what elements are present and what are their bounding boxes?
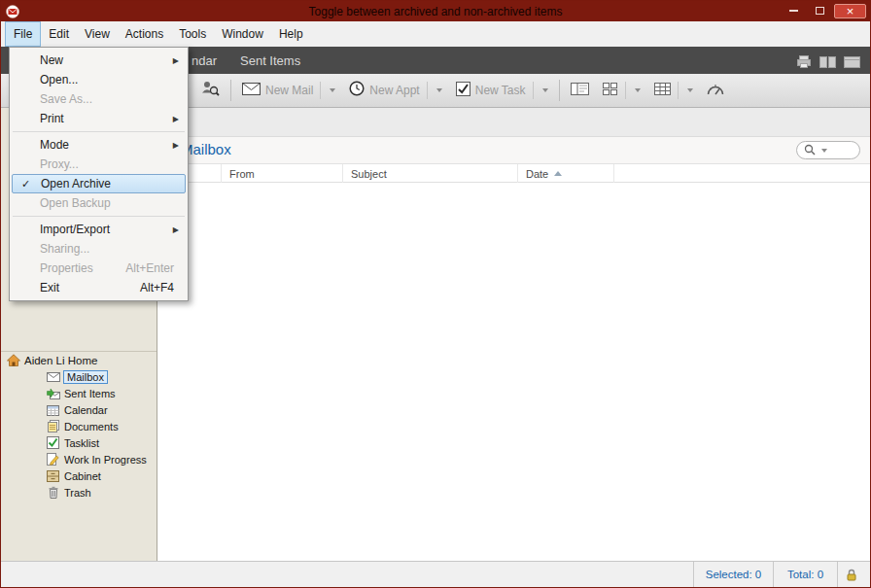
menu-item-sharing[interactable]: Sharing... [12, 239, 186, 259]
split-divider [320, 82, 321, 99]
column-subject-label: Subject [351, 168, 387, 180]
reading-pane-icon [571, 82, 589, 99]
maximize-button[interactable] [808, 4, 831, 18]
menu-help[interactable]: Help [271, 21, 311, 47]
tasklist-icon [45, 436, 61, 449]
new-appt-dropdown-icon[interactable] [436, 88, 442, 92]
minimize-button[interactable] [782, 4, 805, 18]
message-list-empty[interactable] [157, 183, 870, 561]
sort-ascending-icon [554, 171, 562, 176]
title-bar: Toggle between archived and non-archived… [1, 1, 870, 21]
sidebar-item-work-in-progress[interactable]: Work In Progress [1, 451, 157, 467]
menu-item-mode-label: Mode [40, 138, 69, 152]
print-view-icon[interactable] [796, 54, 812, 72]
content-top-strip [157, 108, 870, 137]
menu-file[interactable]: File [5, 21, 41, 47]
menu-separator [13, 216, 185, 217]
menu-item-open-label: Open... [40, 73, 78, 86]
sidebar-item-mailbox-label: Mailbox [63, 370, 108, 384]
calendar-icon [45, 404, 61, 416]
menu-view[interactable]: View [77, 21, 118, 47]
new-mail-button[interactable]: New Mail [235, 78, 342, 103]
column-subject[interactable]: Subject [343, 164, 518, 183]
sidebar-item-tasklist[interactable]: Tasklist [1, 434, 157, 451]
mailbox-icon [45, 372, 61, 382]
sidebar-root-home[interactable]: Aiden Li Home [1, 352, 157, 368]
sidebar-item-tasklist-label: Tasklist [64, 437, 99, 449]
submenu-arrow-icon: ▶ [173, 141, 179, 150]
tab-sent-items[interactable]: Sent Items [240, 47, 300, 74]
split-divider [427, 82, 428, 99]
column-date-label: Date [526, 168, 548, 180]
work-in-progress-icon [45, 453, 61, 466]
menu-actions[interactable]: Actions [118, 21, 171, 47]
menu-bar: File Edit View Actions Tools Window Help [1, 21, 870, 47]
submenu-arrow-icon: ▶ [173, 56, 179, 65]
menu-edit[interactable]: Edit [41, 21, 77, 47]
menu-item-open-archive[interactable]: ✓ Open Archive [12, 174, 186, 193]
selected-count: Selected: 0 [694, 562, 773, 587]
sidebar-item-calendar[interactable]: Calendar [1, 401, 157, 418]
close-button[interactable]: × [834, 4, 866, 18]
single-pane-view-icon[interactable] [844, 54, 860, 72]
menu-item-save-as[interactable]: Save As... [12, 89, 186, 109]
menu-item-print[interactable]: Print ▶ [12, 109, 186, 128]
sidebar-item-sent-items-label: Sent Items [64, 388, 116, 399]
reading-pane-button[interactable] [564, 78, 596, 103]
menu-window[interactable]: Window [214, 21, 271, 47]
column-date[interactable]: Date [518, 164, 614, 183]
menu-item-proxy[interactable]: Proxy... [12, 155, 186, 174]
display-settings-button[interactable] [596, 78, 647, 103]
menu-item-mode[interactable]: Mode ▶ [12, 135, 186, 155]
sidebar-item-calendar-label: Calendar [64, 404, 108, 416]
search-box[interactable] [796, 141, 860, 159]
display-settings-dropdown-icon[interactable] [635, 88, 641, 92]
sidebar-item-documents-label: Documents [64, 421, 119, 432]
tab-calendar-partial[interactable]: ndar [192, 47, 217, 74]
app-window: Toggle between archived and non-archived… [0, 0, 871, 588]
mail-icon [242, 82, 261, 99]
new-task-button[interactable]: New Task [449, 78, 555, 103]
menu-item-properties[interactable]: Properties Alt+Enter [12, 259, 186, 278]
menu-item-open[interactable]: Open... [12, 70, 186, 89]
submenu-arrow-icon: ▶ [173, 115, 179, 123]
new-mail-dropdown-icon[interactable] [330, 88, 335, 92]
view-table-dropdown-icon[interactable] [687, 88, 693, 92]
sidebar-item-documents[interactable]: Documents [1, 418, 157, 434]
sidebar-item-mailbox[interactable]: Mailbox [1, 368, 157, 385]
groupwise-logo-icon[interactable] [6, 5, 19, 18]
content-pane: Mailbox From Subject Date [157, 108, 870, 561]
menu-item-new-label: New [40, 53, 63, 67]
new-mail-label: New Mail [265, 84, 313, 97]
new-task-label: New Task [475, 84, 526, 97]
column-from[interactable]: From [222, 164, 343, 183]
view-table-button[interactable] [647, 78, 700, 103]
sidebar-item-trash[interactable]: Trash [1, 484, 157, 501]
menu-separator [13, 131, 185, 132]
minimize-icon [789, 10, 798, 12]
new-task-dropdown-icon[interactable] [542, 88, 548, 92]
menu-item-exit-shortcut: Alt+F4 [140, 281, 186, 294]
menu-item-exit[interactable]: Exit Alt+F4 [12, 278, 186, 297]
sidebar-item-cabinet[interactable]: Cabinet [1, 467, 157, 484]
sidebar-item-sent-items[interactable]: Sent Items [1, 385, 157, 401]
new-appt-button[interactable]: New Appt [342, 78, 448, 103]
find-contact-button[interactable] [193, 78, 226, 103]
sidebar-item-trash-label: Trash [64, 487, 91, 499]
sent-items-icon [45, 388, 61, 399]
menu-item-import-export-label: Import/Export [40, 223, 110, 236]
menu-item-import-export[interactable]: Import/Export ▶ [12, 220, 186, 239]
toolbar-separator [230, 80, 231, 101]
summary-view-button[interactable] [700, 78, 731, 103]
menu-item-properties-shortcut: Alt+Enter [125, 261, 186, 275]
search-scope-dropdown-icon[interactable] [821, 149, 827, 153]
menu-item-exit-label: Exit [40, 281, 59, 294]
split-divider [625, 82, 626, 99]
menu-item-open-backup[interactable]: Open Backup [12, 193, 186, 213]
menu-tools[interactable]: Tools [171, 21, 214, 47]
window-title: Toggle between archived and non-archived… [1, 5, 870, 18]
menu-item-new[interactable]: New ▶ [12, 51, 186, 70]
split-pane-view-icon[interactable] [819, 54, 836, 72]
menu-item-save-as-label: Save As... [40, 92, 92, 106]
sidebar-item-work-in-progress-label: Work In Progress [64, 454, 147, 466]
